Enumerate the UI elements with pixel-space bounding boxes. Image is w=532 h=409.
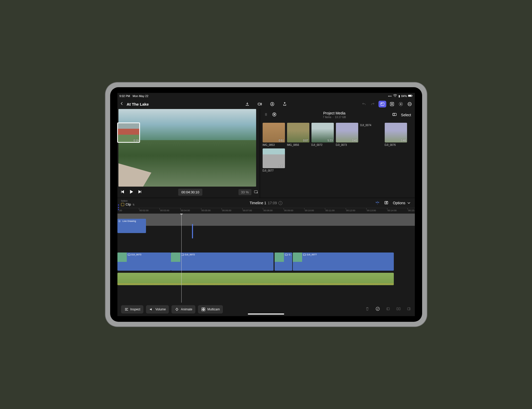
pause-columns-icon[interactable] bbox=[264, 112, 268, 118]
media-name: IMG_0853 bbox=[263, 144, 285, 146]
media-item[interactable]: 0:07IMG_0856 bbox=[287, 123, 309, 146]
media-thumbnail[interactable]: 0:19 bbox=[117, 123, 140, 142]
animate-button[interactable]: Animate bbox=[171, 305, 195, 313]
media-thumbnail[interactable]: 0:51 bbox=[263, 123, 285, 142]
bookmark-icon: ▮ bbox=[398, 94, 400, 98]
svg-rect-24 bbox=[204, 310, 205, 311]
media-item[interactable]: 3:48DJI_0076 bbox=[385, 123, 407, 146]
media-duration: 0:51 bbox=[279, 139, 284, 142]
media-grid: 0:51IMG_08530:07IMG_08565:23DJI_00723:41… bbox=[260, 121, 415, 174]
video-clip[interactable]: D.. bbox=[275, 253, 292, 271]
tips-icon[interactable] bbox=[398, 101, 404, 107]
svg-rect-3 bbox=[258, 103, 261, 105]
status-bar: 9:02 PM Mon May 22 ••• ▮ 84% bbox=[117, 93, 415, 99]
ruler-mark: 00:13:00 bbox=[367, 209, 376, 212]
camera-icon[interactable] bbox=[257, 101, 263, 107]
split-icon[interactable] bbox=[396, 306, 401, 312]
video-clip[interactable]: DJI_0077 bbox=[293, 253, 394, 271]
select-mode-label: Select bbox=[121, 200, 135, 202]
timeline-header: Select Clip ⇅ Timeline 1 17:09 i Options bbox=[117, 198, 415, 208]
media-browser: Project Media 7 Items · 13.17 GB Select … bbox=[260, 109, 415, 198]
video-clip[interactable]: DJI_0072 bbox=[171, 253, 274, 271]
trim-end-icon[interactable] bbox=[407, 306, 411, 312]
browser-title: Project Media bbox=[277, 111, 392, 115]
redo-icon[interactable] bbox=[370, 101, 376, 107]
svg-point-9 bbox=[400, 104, 401, 105]
svg-point-15 bbox=[257, 192, 258, 194]
media-item[interactable]: 5:23DJI_0077 bbox=[263, 148, 285, 172]
ruler-mark: 00:11:00 bbox=[325, 209, 335, 212]
clip-thumbnail bbox=[117, 253, 127, 262]
layout-icon[interactable] bbox=[392, 112, 397, 118]
timecode-display[interactable]: 00:04:30:10 bbox=[178, 189, 202, 196]
more-icon[interactable] bbox=[407, 101, 413, 107]
title-clip[interactable]: Ⓐ Live Drawing bbox=[117, 219, 146, 233]
chevron-updown-icon: ⇅ bbox=[132, 203, 135, 206]
media-thumbnail[interactable]: 5:23 bbox=[311, 123, 334, 142]
zoom-level[interactable]: 33 % bbox=[238, 189, 251, 195]
video-track: DJI_0073DJI_0072D..DJI_0077 bbox=[117, 253, 415, 271]
ipad-frame: 9:02 PM Mon May 22 ••• ▮ 84% At The Lake bbox=[105, 83, 427, 326]
svg-point-13 bbox=[410, 104, 411, 104]
multitask-pill bbox=[118, 204, 119, 210]
media-browser-icon[interactable] bbox=[378, 101, 386, 107]
options-button[interactable]: Options bbox=[393, 201, 411, 205]
media-item[interactable]: 3:41DJI_0073 bbox=[336, 123, 358, 146]
prev-clip-icon[interactable] bbox=[120, 189, 125, 195]
media-duration: 3:41 bbox=[352, 139, 357, 142]
ruler-mark: 00:14:00 bbox=[388, 209, 397, 212]
effects-icon[interactable] bbox=[389, 101, 395, 107]
select-button[interactable]: Select bbox=[401, 113, 411, 117]
svg-rect-26 bbox=[387, 308, 389, 310]
import-icon[interactable] bbox=[244, 101, 250, 107]
viewer-panel: 00:04:30:10 33 % bbox=[117, 109, 260, 198]
camera-icon bbox=[285, 254, 288, 256]
ruler-mark: 00:03:00 bbox=[160, 209, 169, 212]
media-thumbnail[interactable]: 3:41 bbox=[336, 123, 358, 142]
share-icon[interactable] bbox=[282, 101, 288, 107]
filter-icon[interactable] bbox=[272, 112, 277, 118]
play-icon[interactable] bbox=[129, 189, 134, 195]
view-options-icon[interactable] bbox=[254, 189, 258, 195]
home-indicator[interactable] bbox=[248, 313, 284, 315]
enable-icon[interactable] bbox=[375, 306, 380, 312]
media-item[interactable]: 0:19DJI_0074 bbox=[360, 123, 383, 146]
back-button[interactable] bbox=[119, 101, 124, 107]
svg-rect-2 bbox=[412, 96, 412, 96]
media-name: DJI_0077 bbox=[263, 169, 285, 172]
trim-start-icon[interactable] bbox=[386, 306, 390, 312]
main-row: 00:04:30:10 33 % Project Media 7 Items ·… bbox=[117, 109, 415, 198]
clip-mode-button[interactable]: Clip ⇅ bbox=[121, 203, 135, 206]
svg-point-20 bbox=[387, 201, 387, 202]
media-thumbnail[interactable]: 3:48 bbox=[385, 123, 407, 142]
auto-icon[interactable] bbox=[269, 101, 275, 107]
clip-thumbnail bbox=[171, 253, 180, 262]
undo-icon[interactable] bbox=[361, 101, 367, 107]
timeline-tracks[interactable]: Ⓐ Live Drawing DJI_0073DJI_0072D..DJI_00… bbox=[117, 214, 415, 303]
svg-rect-1 bbox=[408, 95, 411, 96]
info-icon[interactable]: i bbox=[278, 201, 282, 205]
delete-icon[interactable] bbox=[365, 306, 370, 312]
volume-button[interactable]: Volume bbox=[146, 305, 169, 313]
camera-icon bbox=[128, 254, 130, 256]
next-clip-icon[interactable] bbox=[138, 189, 142, 195]
clip-label: DJI_0073 bbox=[128, 253, 142, 256]
inspect-button[interactable]: Inspect bbox=[121, 305, 144, 313]
timeline-ruler[interactable]: :0000:02:0000:03:0000:04:0000:05:0000:06… bbox=[117, 208, 415, 214]
viewer-canvas[interactable] bbox=[118, 109, 256, 187]
media-thumbnail[interactable]: 0:07 bbox=[287, 123, 309, 142]
timeline-marker[interactable] bbox=[192, 224, 193, 238]
timeline-index-icon[interactable] bbox=[384, 200, 389, 206]
video-clip[interactable]: DJI_0073 bbox=[117, 253, 171, 271]
snap-icon[interactable] bbox=[375, 200, 380, 206]
svg-rect-21 bbox=[202, 308, 203, 309]
media-item[interactable]: 5:23DJI_0072 bbox=[311, 123, 334, 146]
playhead[interactable] bbox=[181, 214, 182, 303]
media-duration: 0:07 bbox=[303, 139, 308, 142]
timeline-duration: 17:09 bbox=[268, 201, 277, 205]
ruler-mark: 00:02:00 bbox=[139, 209, 149, 212]
audio-track[interactable] bbox=[117, 273, 394, 285]
media-thumbnail[interactable]: 5:23 bbox=[263, 148, 285, 168]
media-item[interactable]: 0:51IMG_0853 bbox=[263, 123, 285, 146]
multicam-button[interactable]: Multicam bbox=[198, 305, 223, 313]
